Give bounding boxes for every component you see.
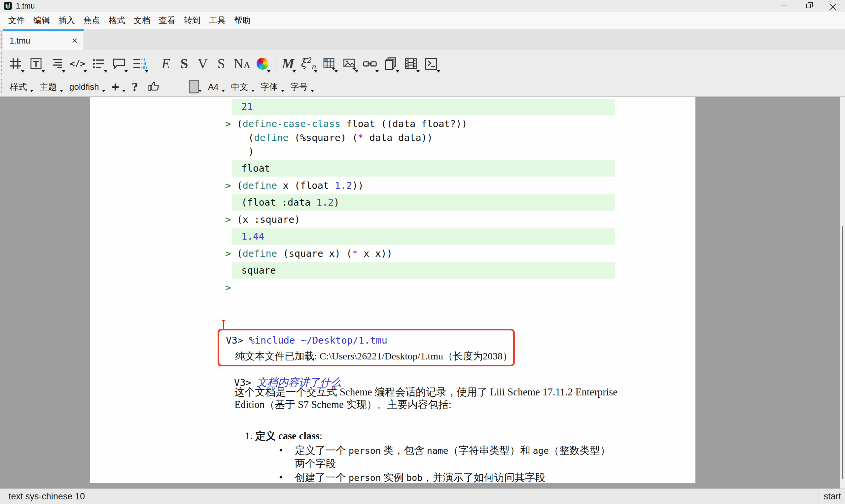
tab-label: 1.tmu xyxy=(10,36,30,46)
section-icon xyxy=(8,56,23,71)
menu-item-insert[interactable]: 插入 xyxy=(54,14,79,27)
name-icon: Nᴀ xyxy=(233,57,250,71)
menubar: 文件 编辑 插入 焦点 格式 文档 查看 转到 工具 帮助 xyxy=(0,12,845,29)
comment-button[interactable] xyxy=(110,53,128,75)
film-icon xyxy=(404,56,418,71)
session-output: square xyxy=(232,263,615,278)
menu-item-document[interactable]: 文档 xyxy=(129,14,155,27)
sans-icon: S xyxy=(217,57,225,71)
verbatim-button[interactable]: V xyxy=(194,53,211,75)
titlebar: 1.tmu xyxy=(0,0,845,12)
session-input-continuation: (define (%square) (* data data)) xyxy=(225,132,696,143)
code-button[interactable]: </> xyxy=(68,53,87,75)
menu-item-focus[interactable]: 焦点 xyxy=(79,14,104,27)
toolbar-separator xyxy=(153,54,153,73)
paper-size-button[interactable]: A4 xyxy=(205,79,225,94)
insert-link-icon xyxy=(363,56,377,71)
name-button[interactable]: Nᴀ xyxy=(231,53,252,75)
insert-animation-button[interactable] xyxy=(402,53,420,75)
session-input: > (define x (float 1.2)) xyxy=(225,180,696,191)
menu-item-help[interactable]: 帮助 xyxy=(230,14,255,27)
window-title: 1.tmu xyxy=(16,2,35,11)
document-page[interactable]: 21> (define-case-class float ((data floa… xyxy=(90,97,696,483)
insert-table-icon xyxy=(322,56,336,71)
menu-item-go[interactable]: 转到 xyxy=(180,14,205,27)
bullet-icon: • xyxy=(279,471,283,483)
style-button[interactable]: 样式 xyxy=(6,79,34,94)
strong-icon: S xyxy=(180,57,188,71)
menu-item-file[interactable]: 文件 xyxy=(4,14,29,27)
restore-icon xyxy=(806,4,811,8)
tab-close-icon[interactable]: × xyxy=(72,36,77,46)
insert-link-button[interactable] xyxy=(360,53,379,75)
package-goldfish-button[interactable]: goldfish xyxy=(66,79,106,94)
vertical-scrollbar-track[interactable] xyxy=(840,97,845,488)
session-prompt: > xyxy=(225,180,231,191)
emphasis-icon: E xyxy=(161,57,170,71)
paragraph-format-button[interactable] xyxy=(47,53,66,75)
language-button[interactable]: 中文 xyxy=(228,79,255,94)
menu-item-tools[interactable]: 工具 xyxy=(205,14,230,27)
tab-strip: 1.tmu × xyxy=(0,29,845,50)
vertical-scrollbar-thumb[interactable] xyxy=(842,226,843,479)
session-output: 1.44 xyxy=(232,229,615,245)
thumbs-up-icon xyxy=(147,80,160,93)
like-button[interactable] xyxy=(144,79,163,94)
plus-icon: + xyxy=(111,79,123,94)
answer-paragraph: 这个文档是一个交互式 Scheme 编程会话的记录，使用了 Liii Schem… xyxy=(234,386,617,411)
page-orientation-icon xyxy=(189,80,199,93)
v3-prompt: V3> xyxy=(226,335,243,346)
statusbar: text sys-chinese 10 start xyxy=(0,488,845,504)
insert-page-button[interactable] xyxy=(381,53,400,75)
theme-button[interactable]: 主题 xyxy=(36,79,64,94)
comment-icon xyxy=(111,56,126,71)
strong-button[interactable]: S xyxy=(176,53,193,75)
menu-item-view[interactable]: 查看 xyxy=(155,14,180,27)
menu-item-format[interactable]: 格式 xyxy=(104,14,129,27)
add-package-button[interactable]: + xyxy=(108,79,126,94)
session-prompt: > xyxy=(225,214,231,225)
insert-table-button[interactable] xyxy=(320,53,338,75)
scheme-session: 21> (define-case-class float ((data floa… xyxy=(225,97,696,296)
status-start-label: start xyxy=(818,489,845,504)
include-result-line: 纯文本文件已加载: C:\Users\26221/Desktop/1.tmu（长… xyxy=(235,349,512,363)
sans-button[interactable]: S xyxy=(213,53,229,75)
document-canvas: 21> (define-case-class float ((data floa… xyxy=(0,97,845,488)
code-icon: </> xyxy=(70,59,85,69)
minimize-button[interactable] xyxy=(772,0,796,12)
restore-button[interactable] xyxy=(796,0,821,12)
insert-image-button[interactable] xyxy=(340,53,358,75)
terminal-icon xyxy=(424,56,439,71)
tab-1tmu[interactable]: 1.tmu × xyxy=(3,29,84,50)
emphasis-button[interactable]: E xyxy=(158,53,174,75)
close-icon xyxy=(829,3,836,9)
session-input: > (x :square) xyxy=(225,214,696,225)
session-input-continuation: ) xyxy=(225,146,696,157)
section-button[interactable] xyxy=(6,53,25,75)
session-output: float xyxy=(232,160,615,177)
textbox-button[interactable] xyxy=(27,53,45,75)
color-button[interactable] xyxy=(254,53,271,75)
math-icon: M xyxy=(282,57,294,71)
page-orientation-button[interactable] xyxy=(186,79,202,94)
toolbar-separator xyxy=(275,54,276,73)
session-button[interactable] xyxy=(422,53,440,75)
include-command-line: V3> %include ~/Desktop/1.tmu xyxy=(226,335,387,346)
insert-image-icon xyxy=(342,56,357,71)
font-button[interactable]: 字体 xyxy=(258,79,285,94)
style-toolbar: 样式 主题 goldfish + ? A4 中文 字体 字号 xyxy=(0,77,845,97)
session-prompt: > xyxy=(225,248,231,259)
menu-item-edit[interactable]: 编辑 xyxy=(29,14,54,27)
enumerate-button[interactable] xyxy=(130,53,148,75)
formula-button[interactable]: ξ2n xyxy=(298,53,318,75)
itemize-button[interactable] xyxy=(89,53,108,75)
math-button[interactable]: M xyxy=(280,53,296,75)
toolbar-grip xyxy=(1,31,2,48)
help-button[interactable]: ? xyxy=(128,79,141,94)
window-controls xyxy=(772,0,845,12)
session-output: 21 xyxy=(232,99,615,115)
status-mode-label: text sys-chinese 10 xyxy=(8,491,85,502)
close-button[interactable] xyxy=(821,0,845,12)
list-bullet-2: • 创建了一个 person 实例 bob，并演示了如何访问其字段 xyxy=(279,471,613,483)
font-size-button[interactable]: 字号 xyxy=(287,79,314,94)
